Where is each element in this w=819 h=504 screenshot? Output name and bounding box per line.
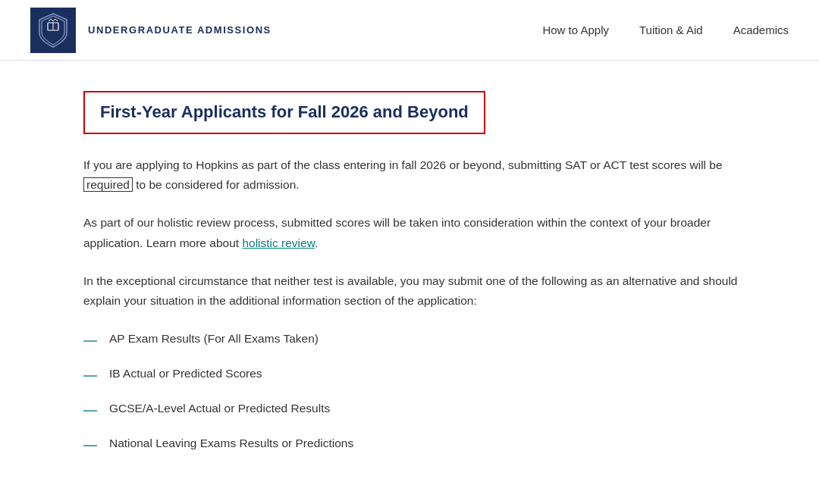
required-word: required <box>83 177 133 192</box>
alternatives-list: — AP Exam Results (For All Exams Taken) … <box>83 330 743 455</box>
list-dash-icon: — <box>83 400 97 421</box>
heading-box: First-Year Applicants for Fall 2026 and … <box>83 91 485 134</box>
holistic-review-link[interactable]: holistic review <box>242 236 315 249</box>
paragraph-2: As part of our holistic review process, … <box>83 213 743 253</box>
nav-item-how-to-apply[interactable]: How to Apply <box>542 23 609 36</box>
list-item: — AP Exam Results (For All Exams Taken) <box>83 330 743 351</box>
paragraph-2-before: As part of our holistic review process, … <box>83 216 711 249</box>
paragraph-3: In the exceptional circumstance that nei… <box>83 271 743 311</box>
list-dash-icon: — <box>83 435 97 455</box>
paragraph-1-after: to be considered for admission. <box>133 178 300 191</box>
list-item-label: AP Exam Results (For All Exams Taken) <box>109 330 318 347</box>
main-content: First-Year Applicants for Fall 2026 and … <box>0 61 819 499</box>
list-dash-icon: — <box>83 365 97 386</box>
list-item: — IB Actual or Predicted Scores <box>83 365 743 386</box>
nav-item-academics[interactable]: Academics <box>733 23 789 36</box>
university-logo <box>30 8 76 53</box>
paragraph-1: If you are applying to Hopkins as part o… <box>83 155 743 196</box>
page-heading: First-Year Applicants for Fall 2026 and … <box>100 102 469 124</box>
list-dash-icon: — <box>83 330 97 351</box>
list-item-label: IB Actual or Predicted Scores <box>109 365 262 382</box>
main-nav: How to Apply Tuition & Aid Academics <box>542 23 789 36</box>
list-item-label: GCSE/A-Level Actual or Predicted Results <box>109 399 330 417</box>
shield-icon <box>38 12 68 49</box>
nav-item-tuition-aid[interactable]: Tuition & Aid <box>639 23 703 36</box>
site-header: UNDERGRADUATE ADMISSIONS How to Apply Tu… <box>0 0 819 61</box>
list-item-label: National Leaving Exams Results or Predic… <box>109 434 353 452</box>
list-item: — GCSE/A-Level Actual or Predicted Resul… <box>83 399 743 421</box>
institution-title: UNDERGRADUATE ADMISSIONS <box>88 24 271 36</box>
paragraph-1-before: If you are applying to Hopkins as part o… <box>83 158 723 171</box>
list-item: — National Leaving Exams Results or Pred… <box>83 434 743 455</box>
paragraph-2-after: . <box>315 236 318 249</box>
header-left: UNDERGRADUATE ADMISSIONS <box>30 8 271 53</box>
